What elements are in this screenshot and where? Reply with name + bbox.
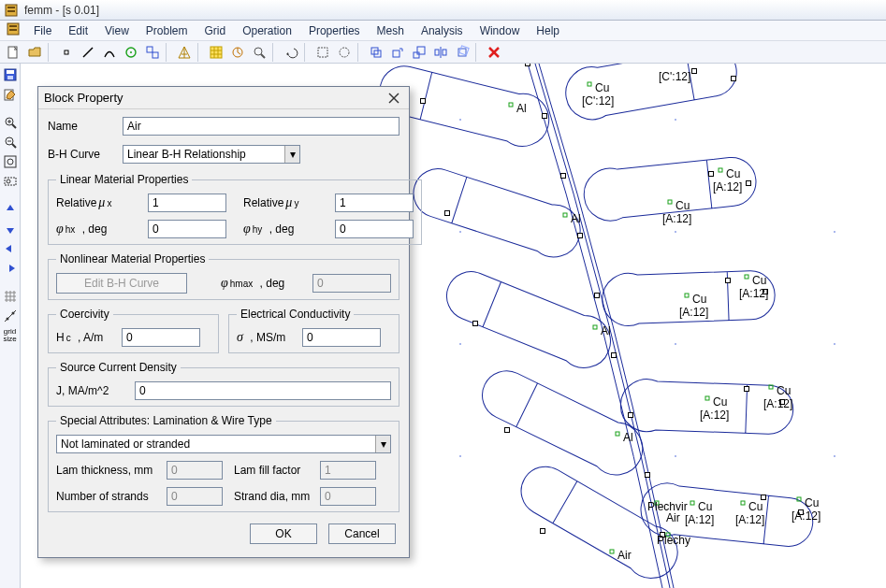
pan-left-icon[interactable] xyxy=(1,239,20,258)
mirror-icon[interactable] xyxy=(430,43,451,62)
rel-mux-input[interactable] xyxy=(148,194,226,212)
svg-rect-42 xyxy=(5,156,16,167)
menu-problem[interactable]: Problem xyxy=(138,22,196,39)
left-toolbox: gridsize xyxy=(0,64,21,588)
mesh-yellow-icon[interactable] xyxy=(206,43,226,62)
select-rect-icon[interactable] xyxy=(312,43,333,62)
run-mesh-icon[interactable] xyxy=(174,43,195,62)
menu-grid[interactable]: Grid xyxy=(197,22,234,39)
open-file-icon[interactable] xyxy=(24,43,45,62)
new-file-icon[interactable] xyxy=(3,43,23,62)
move-icon[interactable] xyxy=(387,43,408,62)
svg-text:[A:12]: [A:12] xyxy=(679,306,708,319)
electrical-conductivity-group: Electrical Conductivity σ , MS/m xyxy=(228,308,399,353)
scale-icon[interactable] xyxy=(409,43,429,62)
undo-icon[interactable] xyxy=(281,43,301,62)
snap-icon[interactable] xyxy=(1,307,20,325)
phi-hy-input[interactable] xyxy=(335,220,414,238)
svg-point-56 xyxy=(675,119,676,121)
svg-point-64 xyxy=(675,455,676,457)
svg-text:Cu: Cu xyxy=(752,274,766,287)
segment-mode-icon[interactable] xyxy=(78,43,98,62)
delete-icon[interactable] xyxy=(484,43,504,62)
special-attributes-legend: Special Attributes: Lamination & Wire Ty… xyxy=(56,414,276,427)
menu-mesh[interactable]: Mesh xyxy=(370,22,412,39)
arc-mode-icon[interactable] xyxy=(99,43,120,62)
svg-point-54 xyxy=(11,312,14,315)
zoom-window-icon[interactable] xyxy=(1,172,20,191)
grid-size-icon[interactable]: gridsize xyxy=(1,326,20,345)
save-icon[interactable] xyxy=(1,65,20,84)
phi-hx-label: φhx , deg xyxy=(56,222,142,237)
svg-text:[A:12]: [A:12] xyxy=(792,509,821,523)
svg-rect-33 xyxy=(7,76,13,79)
chevron-down-icon[interactable]: ▾ xyxy=(284,146,299,163)
ok-button[interactable]: OK xyxy=(250,523,317,544)
rel-muy-label: Relative μy xyxy=(243,195,329,210)
svg-text:[C':12]: [C':12] xyxy=(582,94,614,108)
rotate-icon[interactable] xyxy=(452,43,472,62)
group-mode-icon[interactable] xyxy=(142,43,163,62)
svg-point-58 xyxy=(675,231,676,233)
analyze-icon[interactable] xyxy=(227,43,248,62)
linear-props-group: Linear Material Properties Relative μx R… xyxy=(48,173,422,245)
menu-file[interactable]: File xyxy=(26,22,59,39)
zoom-in-icon[interactable] xyxy=(1,113,20,132)
doc-icon xyxy=(6,22,21,39)
main-toolbar xyxy=(0,41,886,64)
lamination-select[interactable] xyxy=(56,435,391,453)
close-icon[interactable] xyxy=(385,90,403,107)
sigma-input[interactable] xyxy=(302,328,381,347)
pan-up-icon[interactable] xyxy=(1,200,20,219)
zoom-fit-icon[interactable] xyxy=(1,152,20,171)
svg-text:Cu: Cu xyxy=(748,500,763,513)
svg-point-61 xyxy=(675,343,676,345)
menu-operation[interactable]: Operation xyxy=(235,22,299,39)
svg-text:Al: Al xyxy=(571,212,581,225)
hc-input[interactable] xyxy=(122,328,200,347)
svg-point-65 xyxy=(834,455,835,457)
svg-text:[A:12]: [A:12] xyxy=(700,409,729,422)
select-circ-icon[interactable] xyxy=(334,43,355,62)
svg-text:Al: Al xyxy=(623,431,633,444)
block-mode-icon[interactable] xyxy=(121,43,141,62)
node-mode-icon[interactable] xyxy=(56,43,77,62)
svg-text:Cu: Cu xyxy=(692,293,706,306)
grid-toggle-icon[interactable] xyxy=(1,287,20,306)
name-input[interactable] xyxy=(123,117,399,136)
edit-props-icon[interactable] xyxy=(1,85,20,104)
svg-text:Al: Al xyxy=(516,102,527,115)
rel-muy-input[interactable] xyxy=(335,194,414,212)
titlebar: femm - [s 0.01] xyxy=(0,0,886,21)
copy-icon[interactable] xyxy=(366,43,386,62)
svg-point-45 xyxy=(7,179,10,183)
j-input[interactable] xyxy=(135,381,391,400)
zoom-out-icon[interactable] xyxy=(1,133,20,151)
svg-rect-21 xyxy=(393,50,399,57)
pan-down-icon[interactable] xyxy=(1,220,20,238)
menu-view[interactable]: View xyxy=(97,22,137,39)
pan-right-icon[interactable] xyxy=(1,259,20,278)
chevron-down-icon[interactable]: ▾ xyxy=(375,436,390,452)
menu-help[interactable]: Help xyxy=(529,22,567,39)
edit-bh-curve-button: Edit B-H Curve xyxy=(56,273,187,294)
menu-window[interactable]: Window xyxy=(472,22,528,39)
linear-props-legend: Linear Material Properties xyxy=(56,173,192,186)
cancel-button[interactable]: Cancel xyxy=(328,523,396,544)
svg-text:Air: Air xyxy=(666,511,680,524)
svg-rect-22 xyxy=(414,52,419,58)
nonlinear-props-legend: Nonlinear Material Properties xyxy=(56,252,209,265)
phi-hx-input[interactable] xyxy=(148,220,226,238)
hc-label: Hc , A/m xyxy=(56,331,116,344)
results-icon[interactable] xyxy=(249,43,269,62)
menu-edit[interactable]: Edit xyxy=(61,22,95,39)
menu-properties[interactable]: Properties xyxy=(301,22,368,39)
svg-rect-4 xyxy=(9,25,17,27)
svg-line-40 xyxy=(12,144,16,148)
svg-rect-11 xyxy=(147,47,153,52)
strands-input xyxy=(167,487,223,506)
bh-curve-select[interactable] xyxy=(123,145,300,164)
lam-fill-label: Lam fill factor xyxy=(234,464,314,477)
menu-analysis[interactable]: Analysis xyxy=(414,22,471,39)
svg-text:Plechy: Plechy xyxy=(657,534,690,547)
